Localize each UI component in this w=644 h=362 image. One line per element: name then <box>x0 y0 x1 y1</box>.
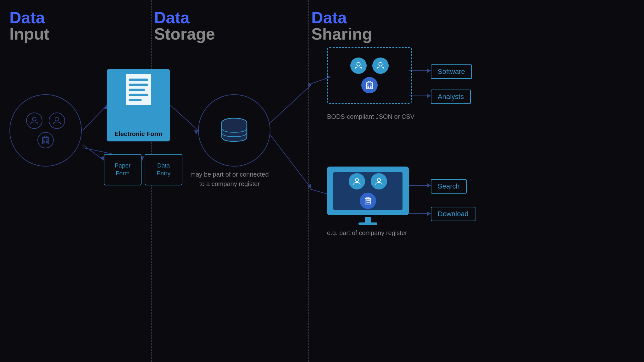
building-icon-api-1 <box>361 77 378 93</box>
svg-point-40 <box>357 63 360 66</box>
input-section-header: Data Input <box>9 9 49 42</box>
svg-rect-34 <box>129 79 148 81</box>
search-label: Search <box>431 179 467 194</box>
svg-rect-46 <box>370 86 371 88</box>
svg-rect-53 <box>369 200 370 201</box>
top-icons-row <box>26 112 65 129</box>
electronic-form: Electronic Form <box>107 69 170 141</box>
svg-rect-37 <box>129 94 148 96</box>
svg-marker-15 <box>427 94 431 98</box>
person-icon-1 <box>26 112 42 129</box>
data-entry-box: Data Entry <box>145 154 182 185</box>
monitor-screen <box>327 167 409 215</box>
person-icon-monitor-1 <box>349 173 365 189</box>
svg-marker-19 <box>427 211 431 216</box>
svg-line-10 <box>270 135 311 189</box>
download-label: Download <box>431 207 475 221</box>
svg-rect-42 <box>367 83 373 89</box>
svg-line-2 <box>83 145 104 160</box>
person-icon-api-1 <box>350 58 367 74</box>
svg-rect-45 <box>368 86 369 88</box>
sharing-sub-word: Sharing <box>311 26 372 42</box>
svg-rect-51 <box>365 199 371 204</box>
storage-data-word: Data <box>154 9 215 26</box>
monitor-stand <box>365 217 371 222</box>
data-entry-label: Data Entry <box>157 162 170 177</box>
building-icon-input <box>37 132 54 148</box>
person-icon-monitor-2 <box>371 173 387 189</box>
database-circle <box>198 94 270 167</box>
svg-line-0 <box>83 105 107 130</box>
svg-rect-52 <box>366 200 368 201</box>
svg-line-8 <box>270 85 311 123</box>
storage-sub-word: Storage <box>154 26 215 42</box>
svg-point-49 <box>355 178 359 182</box>
analysts-label: Analysts <box>431 90 471 104</box>
svg-rect-43 <box>368 84 369 85</box>
electronic-form-label: Electronic Form <box>114 126 162 137</box>
svg-rect-30 <box>46 141 47 143</box>
input-circle <box>9 94 82 167</box>
paper-form-label: PaperForm <box>115 162 131 177</box>
svg-rect-28 <box>46 139 47 140</box>
input-sub-word: Input <box>9 26 49 42</box>
arrows-svg <box>0 0 644 362</box>
svg-marker-13 <box>427 69 431 73</box>
building-icon-monitor <box>360 193 376 209</box>
svg-point-25 <box>55 117 59 121</box>
svg-line-6 <box>170 105 198 130</box>
svg-point-50 <box>377 178 381 182</box>
svg-marker-7 <box>194 130 198 134</box>
paper-form-box: PaperForm <box>104 154 142 185</box>
svg-rect-29 <box>44 141 45 143</box>
svg-rect-55 <box>369 202 370 203</box>
svg-rect-44 <box>370 84 371 85</box>
divider-2 <box>308 0 309 362</box>
svg-point-41 <box>379 63 382 66</box>
person-icon-2 <box>49 112 65 129</box>
upper-api-box <box>327 47 412 104</box>
svg-rect-27 <box>44 139 45 140</box>
sharing-section-header: Data Sharing <box>311 9 372 42</box>
sharing-data-word: Data <box>311 9 372 26</box>
may-be-part-note: may be part of or connectedto a company … <box>186 170 274 189</box>
software-label: Software <box>431 64 472 79</box>
svg-rect-38 <box>129 99 142 101</box>
person-icon-api-2 <box>372 58 389 74</box>
monitor-base <box>358 222 377 225</box>
bods-label: BODS-compliant JSON or CSV <box>327 113 414 120</box>
svg-rect-26 <box>42 138 49 144</box>
monitor-container <box>327 167 409 217</box>
svg-rect-36 <box>129 89 145 91</box>
svg-rect-35 <box>129 84 148 86</box>
svg-marker-17 <box>427 183 431 188</box>
svg-point-24 <box>32 117 36 121</box>
company-register-label: e.g. part of company register <box>327 229 407 237</box>
may-be-part-text: may be part of or connectedto a company … <box>190 171 269 187</box>
storage-section-header: Data Storage <box>154 9 215 42</box>
diagram-container: Data Input Data Storage Data Sharing <box>0 0 644 362</box>
input-data-word: Data <box>9 9 49 26</box>
svg-rect-54 <box>366 202 368 203</box>
